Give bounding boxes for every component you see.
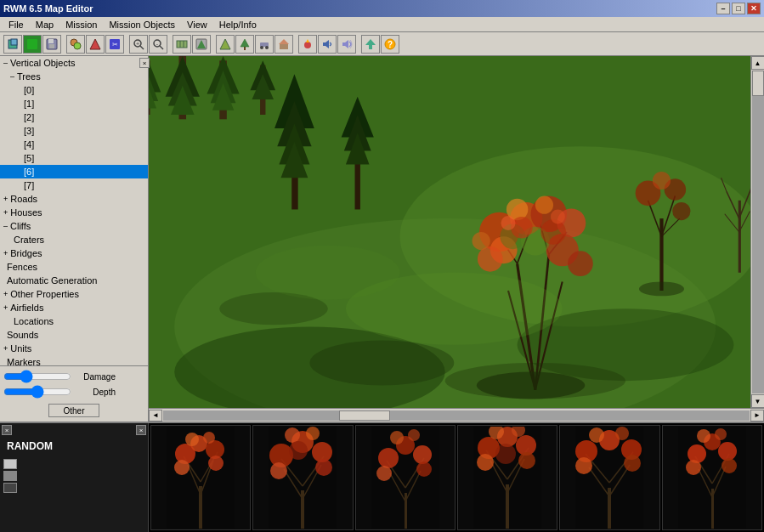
svg-rect-29	[280, 44, 288, 49]
tree-item-5[interactable]: [5]	[0, 151, 148, 165]
swatch-mid[interactable]	[3, 471, 17, 481]
other-button[interactable]: Other	[48, 404, 99, 417]
hscroll-thumb[interactable]	[339, 410, 390, 421]
svg-point-193	[722, 458, 737, 473]
menu-view[interactable]: View	[182, 18, 212, 31]
expand-icon: +	[3, 208, 8, 217]
tb-tools3[interactable]: ✂	[105, 35, 124, 54]
tree-item-1[interactable]: [1]	[0, 97, 148, 110]
scroll-thumb[interactable]	[752, 71, 764, 96]
svg-point-26	[260, 46, 263, 49]
sidebar-scroll[interactable]: – Vertical Objects – Trees [0] [1] [2] […	[0, 56, 148, 365]
sidebar-label: Bridges	[10, 248, 42, 258]
tb-tools2[interactable]	[86, 35, 105, 54]
map-viewport[interactable]	[149, 56, 750, 408]
depth-slider[interactable]	[3, 386, 71, 398]
sidebar-item-airfields[interactable]: + Airfields	[0, 301, 148, 314]
tb-help-icon[interactable]: ?	[381, 35, 399, 54]
tree-item-6[interactable]: [6]	[0, 165, 148, 178]
tb-arrow-icon[interactable]	[361, 35, 380, 54]
swatch-light[interactable]	[3, 459, 17, 469]
sidebar-item-roads[interactable]: + Roads	[0, 192, 148, 206]
hscroll-track[interactable]	[163, 410, 750, 421]
color-swatches	[0, 456, 148, 496]
swatch-dark[interactable]	[3, 483, 17, 493]
scroll-down-arrow[interactable]: ▼	[751, 394, 765, 408]
tb-open[interactable]	[23, 35, 42, 54]
sidebar-item-cliffs[interactable]: – Cliffs	[0, 219, 148, 233]
tb-sound1[interactable]	[318, 35, 337, 54]
tb-map1[interactable]	[173, 35, 191, 54]
thumbnail-1[interactable]	[150, 425, 251, 530]
svg-point-169	[495, 444, 516, 464]
tb-bomb-icon[interactable]	[298, 35, 317, 54]
sidebar-item-auto-gen[interactable]: Automatic Generation	[0, 274, 148, 287]
svg-point-194	[697, 429, 710, 443]
sidebar-item-sounds[interactable]: Sounds	[0, 328, 148, 342]
sidebar-label: Airfields	[10, 303, 43, 313]
scroll-track[interactable]	[752, 71, 764, 393]
menu-file[interactable]: File	[3, 18, 29, 31]
tb-terrain1[interactable]	[216, 35, 235, 54]
tree-item-2[interactable]: [2]	[0, 110, 148, 124]
scroll-right-arrow[interactable]: ►	[750, 410, 764, 422]
svg-rect-23	[244, 47, 246, 50]
sidebar-item-fences[interactable]: Fences	[0, 260, 148, 274]
sidebar-close-button[interactable]: ×	[139, 58, 150, 68]
tb-tree-icon[interactable]	[235, 35, 254, 54]
menu-mission[interactable]: Mission	[60, 18, 102, 31]
tree-item-7[interactable]: [7]	[0, 178, 148, 192]
sidebar-item-markers[interactable]: Markers	[0, 355, 148, 365]
thumbnail-4[interactable]	[457, 425, 557, 530]
menu-mission-objects[interactable]: Mission Objects	[104, 18, 180, 31]
thumbnail-2[interactable]	[252, 425, 353, 530]
svg-point-181	[589, 427, 604, 443]
tb-sound2[interactable]	[337, 35, 356, 54]
tb-tools1[interactable]	[66, 35, 85, 54]
svg-marker-24	[241, 39, 249, 47]
sidebar-item-craters[interactable]: Craters	[0, 233, 148, 246]
tb-zoom-in[interactable]: +	[129, 35, 148, 54]
sidebar-item-units[interactable]: + Units	[0, 342, 148, 355]
damage-slider[interactable]	[3, 371, 71, 382]
svg-point-142	[289, 441, 308, 460]
close-button[interactable]: ✕	[747, 3, 761, 14]
sidebar-item-bridges[interactable]: + Bridges	[0, 246, 148, 260]
sidebar-item-trees[interactable]: – Trees	[0, 70, 148, 83]
bottom-close-x[interactable]: ×	[2, 425, 12, 435]
scroll-up-arrow[interactable]: ▲	[751, 56, 765, 70]
tb-save[interactable]	[42, 35, 61, 54]
map-horizontal-scrollbar[interactable]: ◄ ►	[149, 408, 764, 422]
tb-new[interactable]	[3, 35, 22, 54]
svg-point-155	[408, 429, 420, 441]
tb-zoom-out[interactable]: -	[149, 35, 167, 54]
svg-point-191	[718, 442, 737, 461]
maximize-button[interactable]: □	[732, 3, 745, 14]
svg-rect-4	[48, 39, 54, 43]
terrain-background	[149, 56, 750, 408]
minimize-button[interactable]: –	[716, 3, 730, 14]
tb-house-icon[interactable]	[274, 35, 293, 54]
sidebar-label: Roads	[10, 194, 37, 204]
map-vertical-scrollbar[interactable]: ▲ ▼	[750, 56, 764, 408]
tb-map2[interactable]	[192, 35, 211, 54]
tree-item-4[interactable]: [4]	[0, 138, 148, 151]
svg-point-101	[653, 172, 671, 190]
scroll-left-arrow[interactable]: ◄	[149, 410, 162, 422]
tb-vehicle-icon[interactable]	[255, 35, 274, 54]
thumbnail-3[interactable]	[355, 425, 456, 530]
tree-item-0[interactable]: [0]	[0, 83, 148, 97]
sidebar-item-locations[interactable]: Locations	[0, 314, 148, 328]
menu-map[interactable]: Map	[31, 18, 59, 31]
menu-help-info[interactable]: Help/Info	[214, 18, 262, 31]
sidebar-item-vertical-objects[interactable]: – Vertical Objects	[0, 56, 148, 70]
sidebar-bottom: Damage Depth Other	[0, 365, 148, 422]
sidebar-item-houses[interactable]: + Houses	[0, 206, 148, 219]
thumbnail-6[interactable]	[662, 425, 762, 530]
tree-item-3[interactable]: [3]	[0, 124, 148, 138]
bottom-close-row: × ×	[0, 423, 148, 437]
svg-point-166	[518, 452, 535, 469]
sidebar-item-other-props[interactable]: + Other Properties	[0, 287, 148, 301]
bottom-close-x2[interactable]: ×	[136, 425, 146, 435]
thumbnail-5[interactable]	[559, 425, 659, 530]
